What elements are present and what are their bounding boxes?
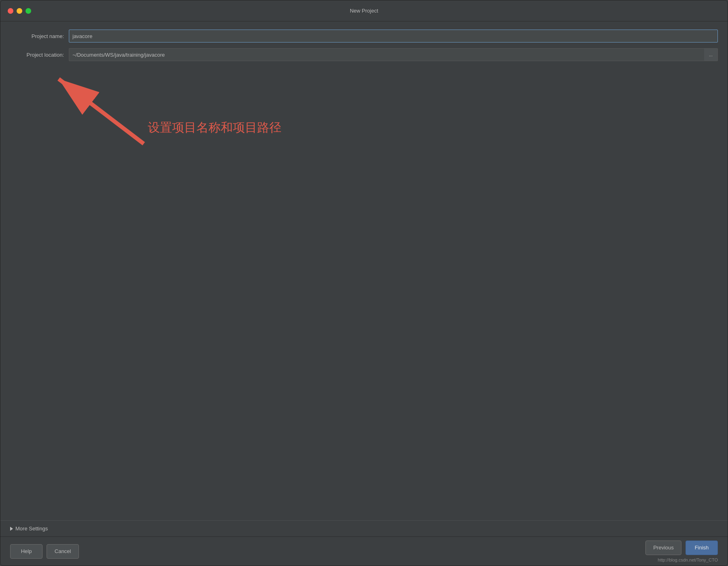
annotation-text: 设置项目名称和项目路径 bbox=[148, 119, 281, 136]
title-bar: New Project bbox=[0, 0, 728, 21]
browse-button[interactable]: ... bbox=[704, 48, 718, 61]
maximize-button[interactable] bbox=[26, 8, 31, 14]
help-button[interactable]: Help bbox=[10, 544, 43, 559]
cancel-button[interactable]: Cancel bbox=[47, 544, 79, 559]
annotation-area: 设置项目名称和项目路径 bbox=[10, 67, 718, 512]
footer-bar: Help Cancel Previous Finish http://blog.… bbox=[0, 536, 728, 566]
footer-left-buttons: Help Cancel bbox=[10, 544, 79, 559]
svg-line-1 bbox=[59, 79, 144, 144]
new-project-dialog: New Project Project name: Project locati… bbox=[0, 0, 728, 566]
window-title: New Project bbox=[350, 8, 378, 14]
minimize-button[interactable] bbox=[17, 8, 22, 14]
footer-right-buttons: Previous Finish bbox=[645, 540, 718, 555]
content-area: Project name: Project location: ... bbox=[0, 21, 728, 520]
footer-right: Previous Finish http://blog.csdn.net/Ton… bbox=[645, 540, 718, 562]
annotation-arrow-icon bbox=[34, 67, 164, 156]
project-name-label: Project name: bbox=[10, 33, 69, 39]
project-location-input[interactable] bbox=[69, 48, 704, 61]
window-controls bbox=[8, 8, 31, 14]
close-button[interactable] bbox=[8, 8, 13, 14]
project-location-label: Project location: bbox=[10, 52, 69, 58]
more-settings-row[interactable]: More Settings bbox=[0, 520, 728, 536]
project-location-row: Project location: ... bbox=[10, 48, 718, 61]
bottom-area: More Settings Help Cancel Previous Finis… bbox=[0, 520, 728, 566]
finish-button[interactable]: Finish bbox=[685, 540, 718, 555]
previous-button[interactable]: Previous bbox=[645, 540, 681, 555]
project-name-row: Project name: bbox=[10, 30, 718, 43]
watermark-text: http://blog.csdn.net/Tony_CTO bbox=[658, 557, 718, 562]
location-input-wrapper: ... bbox=[69, 48, 718, 61]
more-settings-triangle-icon bbox=[10, 527, 13, 531]
project-name-input[interactable] bbox=[69, 30, 718, 43]
more-settings-label: More Settings bbox=[15, 526, 48, 532]
